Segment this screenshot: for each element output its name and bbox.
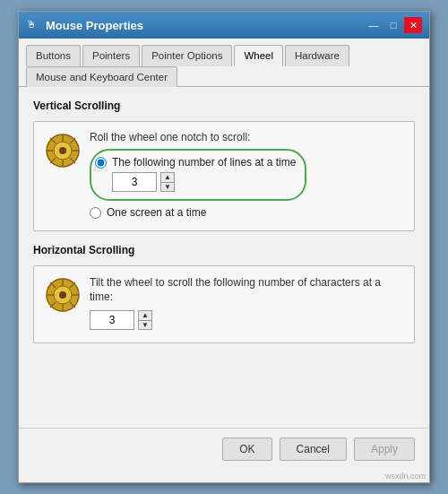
cancel-button[interactable]: Cancel xyxy=(280,438,347,461)
horizontal-scroll-section: Tilt the wheel to scroll the following n… xyxy=(45,275,403,334)
chars-decrement-button[interactable]: ▼ xyxy=(138,320,152,330)
oval-highlight: The following number of lines at a time … xyxy=(90,149,306,201)
radio-screen-label: One screen at a time xyxy=(107,206,206,219)
close-button[interactable]: ✕ xyxy=(404,17,422,33)
footer: OK Cancel Apply xyxy=(19,428,429,470)
horizontal-wheel-icon xyxy=(45,277,81,313)
apply-button[interactable]: Apply xyxy=(354,438,415,461)
vertical-section-title: Vertical Scrolling xyxy=(33,100,415,112)
vertical-scrolling-group: Roll the wheel one notch to scroll: The … xyxy=(33,121,415,231)
tabs-container: Buttons Pointers Pointer Options Wheel H… xyxy=(19,39,429,87)
highlighted-region: The following number of lines at a time … xyxy=(90,149,403,219)
lines-decrement-button[interactable]: ▼ xyxy=(160,182,175,192)
radio-screen: One screen at a time xyxy=(90,206,403,219)
chars-spinner-buttons: ▲ ▼ xyxy=(138,310,152,330)
horizontal-section-title: Horizontal Scrolling xyxy=(33,244,415,256)
lines-spinner-buttons: ▲ ▼ xyxy=(160,172,175,192)
vertical-scroll-desc: Roll the wheel one notch to scroll: xyxy=(90,131,403,143)
tab-pointers[interactable]: Pointers xyxy=(82,45,140,66)
svg-point-2 xyxy=(59,147,66,154)
content-area: Vertical Scrolling xyxy=(19,87,429,428)
horizontal-desc: Tilt the wheel to scroll the following n… xyxy=(90,275,403,306)
radio-screen-input[interactable] xyxy=(90,207,101,219)
title-bar-left: 🖱 Mouse Properties xyxy=(26,18,143,32)
mouse-properties-window: 🖱 Mouse Properties — □ ✕ Buttons Pointer… xyxy=(18,11,430,483)
tab-wheel[interactable]: Wheel xyxy=(234,45,283,66)
window-icon: 🖱 xyxy=(26,18,40,32)
svg-point-13 xyxy=(59,291,66,299)
horizontal-scrolling-group: Tilt the wheel to scroll the following n… xyxy=(33,265,415,344)
radio-lines-input[interactable] xyxy=(95,157,107,169)
window-title: Mouse Properties xyxy=(46,19,143,32)
tab-buttons[interactable]: Buttons xyxy=(26,45,81,66)
title-buttons: — □ ✕ xyxy=(365,17,422,33)
vertical-wheel-icon xyxy=(45,133,81,169)
radio-lines: The following number of lines at a time xyxy=(95,156,296,169)
tab-mouse-keyboard-center[interactable]: Mouse and Keyboard Center xyxy=(26,66,177,87)
tab-pointer-options[interactable]: Pointer Options xyxy=(142,45,232,66)
tab-hardware[interactable]: Hardware xyxy=(285,45,349,66)
watermark: wsxdn.com xyxy=(19,470,429,482)
chars-spinner-row: ▲ ▼ xyxy=(90,310,403,330)
title-bar: 🖱 Mouse Properties — □ ✕ xyxy=(19,12,429,39)
lines-spinner-row: ▲ ▼ xyxy=(112,172,296,192)
lines-spinner-input[interactable] xyxy=(112,172,157,192)
chars-spinner-input[interactable] xyxy=(90,310,134,330)
radio-lines-label: The following number of lines at a time xyxy=(112,156,296,169)
horizontal-options: Tilt the wheel to scroll the following n… xyxy=(90,275,403,334)
minimize-button[interactable]: — xyxy=(365,17,383,33)
chars-increment-button[interactable]: ▲ xyxy=(138,310,152,320)
vertical-scroll-section: Roll the wheel one notch to scroll: The … xyxy=(45,131,403,221)
maximize-button[interactable]: □ xyxy=(384,17,402,33)
lines-increment-button[interactable]: ▲ xyxy=(160,172,175,182)
vertical-scroll-options: Roll the wheel one notch to scroll: The … xyxy=(90,131,403,221)
ok-button[interactable]: OK xyxy=(222,438,271,461)
